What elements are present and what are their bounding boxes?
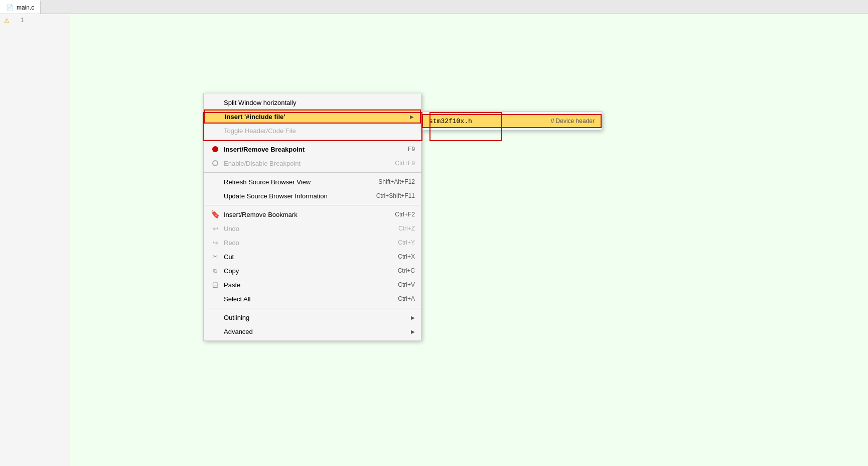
- scissors-icon: ✂: [211, 252, 220, 261]
- menu-label-insert-include: Insert '#include file': [225, 113, 406, 121]
- menu-label-copy: Copy: [224, 267, 388, 275]
- red-circle-icon: [211, 145, 220, 154]
- separator-4: [204, 308, 421, 308]
- line-numbers-gutter: ⚠ 1: [0, 14, 70, 466]
- menu-label-enable-breakpoint: Enable/Disable Breakpoint: [224, 160, 385, 167]
- menu-item-insert-bookmark[interactable]: 🔖 Insert/Remove Bookmark Ctrl+F2: [204, 207, 421, 221]
- menu-item-toggle-header[interactable]: Toggle Header/Code File: [204, 124, 421, 138]
- menu-item-redo[interactable]: ↪ Redo Ctrl+Y: [204, 236, 421, 250]
- paste-icon: 📋: [211, 280, 220, 289]
- menu-label-redo: Redo: [224, 239, 388, 247]
- separator-1: [204, 140, 421, 140]
- shortcut-f9: F9: [408, 146, 415, 153]
- menu-item-enable-breakpoint[interactable]: Enable/Disable Breakpoint Ctrl+F9: [204, 156, 421, 170]
- menu-label-update-browser: Update Source Browser Information: [224, 192, 366, 200]
- shortcut-ctrl-a: Ctrl+A: [398, 295, 415, 302]
- menu-item-insert-include[interactable]: Insert '#include file' ▶: [204, 109, 421, 124]
- menu-item-outlining[interactable]: Outlining ▶: [204, 310, 421, 324]
- insert-include-arrow-icon: ▶: [410, 114, 414, 120]
- context-menu: Split Window horizontally Insert '#inclu…: [203, 93, 421, 341]
- submenu-comment-device-header: // Device header: [551, 118, 595, 125]
- tab-main-c[interactable]: 📄 main.c: [0, 0, 41, 14]
- shortcut-ctrl-f2: Ctrl+F2: [395, 211, 415, 218]
- code-editor-area[interactable]: [70, 14, 868, 466]
- line-number-1: 1: [14, 17, 24, 24]
- menu-item-cut[interactable]: ✂ Cut Ctrl+X: [204, 250, 421, 264]
- shortcut-ctrl-f9: Ctrl+F9: [395, 160, 415, 167]
- separator-2: [204, 172, 421, 173]
- outlining-arrow-icon: ▶: [411, 315, 415, 320]
- warning-icon: ⚠: [4, 17, 11, 24]
- undo-icon: ↩: [211, 224, 220, 233]
- tab-bar: 📄 main.c: [0, 0, 868, 14]
- shortcut-ctrl-x: Ctrl+X: [398, 253, 415, 260]
- redo-icon: ↪: [211, 238, 220, 247]
- menu-item-advanced[interactable]: Advanced ▶: [204, 324, 421, 338]
- menu-item-insert-breakpoint[interactable]: Insert/Remove Breakpoint F9: [204, 142, 421, 156]
- shortcut-ctrl-c: Ctrl+C: [398, 267, 415, 274]
- menu-item-update-browser[interactable]: Update Source Browser Information Ctrl+S…: [204, 189, 421, 203]
- shortcut-ctrl-y: Ctrl+Y: [398, 239, 415, 246]
- menu-label-split-window: Split Window horizontally: [224, 99, 415, 106]
- shortcut-ctrl-shift-f11: Ctrl+Shift+F11: [376, 192, 415, 199]
- bookmark-icon: 🔖: [211, 210, 220, 219]
- menu-label-toggle-header: Toggle Header/Code File: [224, 127, 415, 135]
- submenu-label-stm32: stm32f10x.h: [429, 118, 547, 125]
- line-row-1: ⚠ 1: [0, 16, 70, 25]
- advanced-arrow-icon: ▶: [411, 329, 415, 334]
- submenu-item-stm32[interactable]: stm32f10x.h // Device header: [422, 114, 602, 128]
- menu-label-advanced: Advanced: [224, 328, 407, 335]
- menu-label-insert-breakpoint: Insert/Remove Breakpoint: [224, 146, 398, 153]
- separator-3: [204, 205, 421, 205]
- shortcut-shift-alt-f12: Shift+Alt+F12: [378, 178, 415, 185]
- menu-item-refresh-browser[interactable]: Refresh Source Browser View Shift+Alt+F1…: [204, 175, 421, 189]
- menu-item-undo[interactable]: ↩ Undo Ctrl+Z: [204, 221, 421, 236]
- shortcut-ctrl-z: Ctrl+Z: [398, 225, 415, 232]
- menu-label-outlining: Outlining: [224, 314, 407, 321]
- editor-container: 📄 main.c ⚠ 1: [0, 0, 868, 466]
- menu-label-cut: Cut: [224, 253, 388, 261]
- submenu-panel: stm32f10x.h // Device header: [421, 111, 602, 131]
- tab-label: main.c: [17, 4, 34, 11]
- menu-label-undo: Undo: [224, 225, 388, 232]
- menu-label-paste: Paste: [224, 281, 388, 289]
- shortcut-ctrl-v: Ctrl+V: [398, 281, 415, 288]
- menu-item-copy[interactable]: ⧉ Copy Ctrl+C: [204, 264, 421, 278]
- menu-label-insert-bookmark: Insert/Remove Bookmark: [224, 211, 385, 218]
- menu-label-refresh-browser: Refresh Source Browser View: [224, 178, 368, 186]
- copy-icon: ⧉: [211, 266, 220, 275]
- menu-item-select-all[interactable]: Select All Ctrl+A: [204, 292, 421, 306]
- menu-item-paste[interactable]: 📋 Paste Ctrl+V: [204, 278, 421, 292]
- menu-label-select-all: Select All: [224, 295, 388, 303]
- file-icon: 📄: [6, 4, 14, 11]
- editor-body: ⚠ 1: [0, 14, 868, 466]
- menu-item-split-window[interactable]: Split Window horizontally: [204, 95, 421, 109]
- gray-circle-icon: [211, 159, 220, 168]
